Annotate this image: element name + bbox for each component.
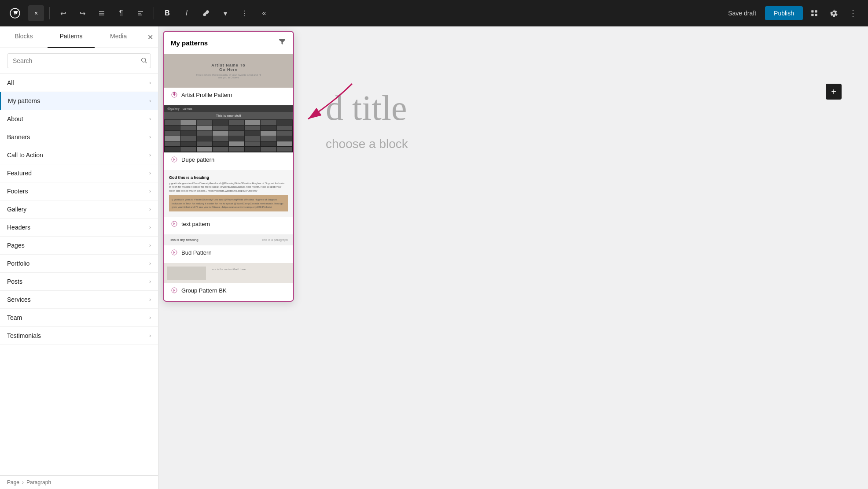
sidebar-nav: All › My patterns › About › Banners › Ca… <box>0 74 158 475</box>
sidebar-item-team[interactable]: Team › <box>0 309 158 327</box>
pattern-label-group-bk: Group Pattern BK <box>164 287 293 294</box>
sidebar-search-area <box>0 48 158 74</box>
sidebar-close-button[interactable]: ✕ <box>142 26 158 48</box>
pattern-synced-icon-2 <box>171 156 178 163</box>
pattern-synced-icon-4 <box>171 249 178 256</box>
pattern-item-dupe[interactable]: @gallery—canvas This is new stuff <box>164 105 293 170</box>
settings-panel-button[interactable] <box>826 5 842 21</box>
close-editor-button[interactable]: × <box>28 5 44 21</box>
patterns-panel: My patterns Artist Name To Go Here This … <box>163 31 294 302</box>
svg-rect-4 <box>138 13 141 13</box>
svg-rect-8 <box>811 14 813 16</box>
svg-rect-9 <box>815 14 817 16</box>
main-layout: Blocks Patterns Media ✕ All › <box>0 26 868 489</box>
pattern-synced-icon <box>171 91 178 98</box>
sidebar-item-services[interactable]: Services › <box>0 291 158 309</box>
pattern-label-bud: Bud Pattern <box>164 249 293 256</box>
search-submit-button[interactable] <box>140 57 147 65</box>
pattern-item-text[interactable]: God this is a heading y gratitude goes t… <box>164 170 293 234</box>
chevron-right-icon: › <box>149 242 151 248</box>
pattern-item-group-bk[interactable]: here is the content that I have Group Pa… <box>164 263 293 301</box>
options-button[interactable]: ⋮ <box>237 5 253 21</box>
pattern-preview-dupe: @gallery—canvas This is new stuff <box>164 105 293 152</box>
building-image <box>164 119 293 152</box>
svg-rect-7 <box>815 10 817 12</box>
chevron-right-icon: › <box>149 152 151 158</box>
search-input[interactable] <box>7 53 151 68</box>
patterns-panel-title: My patterns <box>171 39 208 47</box>
sidebar: Blocks Patterns Media ✕ All › <box>0 26 158 489</box>
tab-media[interactable]: Media <box>95 26 142 48</box>
sidebar-item-call-to-action[interactable]: Call to Action › <box>0 146 158 164</box>
link-button[interactable] <box>198 5 214 21</box>
canvas-content: d title choose a block <box>299 62 868 178</box>
canvas-choose-block: choose a block <box>326 137 842 151</box>
paragraph-button[interactable]: ¶ <box>113 5 129 21</box>
pattern-preview-group: here is the content that I have <box>164 263 293 283</box>
chevron-right-icon: › <box>149 224 151 230</box>
bold-button[interactable]: B <box>159 5 175 21</box>
breadcrumb-page[interactable]: Page <box>7 479 19 485</box>
chevron-right-icon: › <box>149 333 151 339</box>
wordpress-logo[interactable] <box>7 5 23 21</box>
pattern-label-text: text pattern <box>164 220 293 227</box>
collapse-sidebar-button[interactable]: « <box>256 5 272 21</box>
pattern-preview-text: God this is a heading y gratitude goes t… <box>164 170 293 217</box>
italic-button[interactable]: I <box>179 5 195 21</box>
pattern-synced-icon-3 <box>171 220 178 227</box>
sidebar-item-all[interactable]: All › <box>0 74 158 92</box>
svg-rect-1 <box>99 13 104 13</box>
more-rich-text-button[interactable]: ▾ <box>217 5 233 21</box>
list-view-button[interactable] <box>94 5 110 21</box>
tab-patterns[interactable]: Patterns <box>48 26 95 48</box>
chevron-right-icon: › <box>149 315 151 321</box>
breadcrumb-separator: › <box>22 479 24 485</box>
sidebar-item-headers[interactable]: Headers › <box>0 219 158 237</box>
patterns-panel-header: My patterns <box>164 32 293 54</box>
sidebar-tabs: Blocks Patterns Media ✕ <box>0 26 158 48</box>
add-block-button[interactable]: + <box>826 84 842 100</box>
chevron-right-icon: › <box>149 98 151 104</box>
chevron-right-icon: › <box>149 188 151 194</box>
sidebar-item-my-patterns[interactable]: My patterns › <box>0 92 158 110</box>
pattern-preview-artist: Artist Name To Go Here This is where the… <box>164 54 293 88</box>
view-button[interactable] <box>806 5 822 21</box>
sidebar-item-posts[interactable]: Posts › <box>0 273 158 291</box>
chevron-right-icon: › <box>149 170 151 176</box>
redo-button[interactable]: ↪ <box>74 5 90 21</box>
tab-blocks[interactable]: Blocks <box>0 26 48 48</box>
align-button[interactable] <box>132 5 148 21</box>
sidebar-item-about[interactable]: About › <box>0 110 158 128</box>
breadcrumb-paragraph: Paragraph <box>26 479 51 485</box>
svg-rect-2 <box>99 15 104 15</box>
sidebar-item-featured[interactable]: Featured › <box>0 164 158 182</box>
chevron-right-icon: › <box>149 134 151 140</box>
sidebar-item-pages[interactable]: Pages › <box>0 237 158 255</box>
save-draft-button[interactable]: Save draft <box>723 7 761 19</box>
overflow-menu-button[interactable]: ⋮ <box>845 5 861 21</box>
chevron-right-icon: › <box>149 116 151 122</box>
undo-button[interactable]: ↩ <box>55 5 71 21</box>
svg-rect-5 <box>138 15 142 15</box>
sidebar-item-banners[interactable]: Banners › <box>0 128 158 146</box>
sidebar-item-footers[interactable]: Footers › <box>0 182 158 200</box>
sidebar-item-portfolio[interactable]: Portfolio › <box>0 255 158 273</box>
pattern-item-bud[interactable]: This is my heading This is a paragraph B… <box>164 234 293 263</box>
svg-rect-3 <box>138 11 143 11</box>
publish-button[interactable]: Publish <box>765 6 803 20</box>
canvas-area: My patterns Artist Name To Go Here This … <box>158 26 868 489</box>
filter-icon[interactable] <box>278 38 286 48</box>
pattern-synced-icon-5 <box>171 287 178 294</box>
chevron-right-icon: › <box>149 278 151 285</box>
pattern-preview-bud: This is my heading This is a paragraph <box>164 234 293 245</box>
toolbar: × ↩ ↪ ¶ B I ▾ ⋮ « Save draft Publish ⋮ <box>0 0 868 26</box>
sidebar-item-gallery[interactable]: Gallery › <box>0 200 158 219</box>
pattern-item-artist-profile[interactable]: Artist Name To Go Here This is where the… <box>164 54 293 105</box>
breadcrumb: Page › Paragraph <box>0 475 158 489</box>
chevron-right-icon: › <box>149 80 151 86</box>
chevron-right-icon: › <box>149 260 151 267</box>
sidebar-item-testimonials[interactable]: Testimonials › <box>0 327 158 345</box>
chevron-right-icon: › <box>149 296 151 303</box>
svg-point-10 <box>142 58 146 62</box>
chevron-right-icon: › <box>149 206 151 212</box>
